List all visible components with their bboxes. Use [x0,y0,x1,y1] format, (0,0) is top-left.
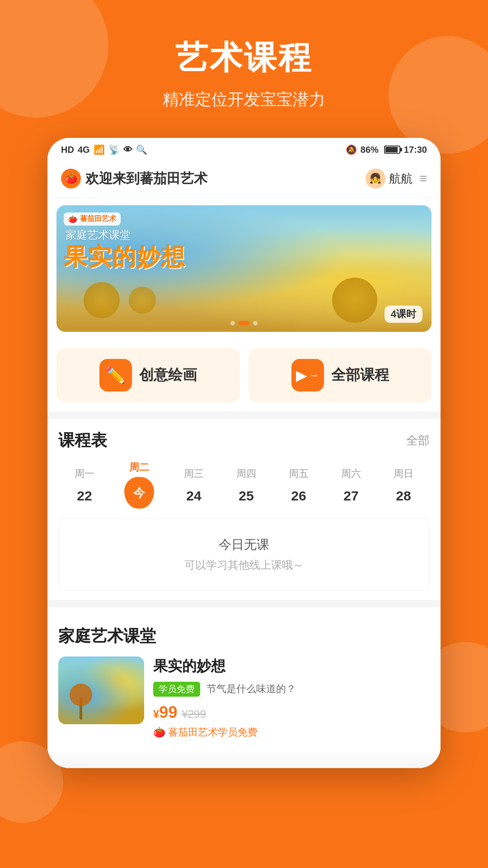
day-fri-label: 周五 [289,467,309,481]
app-header-right: 👧 航航 ≡ [366,169,427,189]
schedule-section: 课程表 全部 周一 22 周二 今 周三 24 周四 25 [47,419,441,600]
status-right: 🔕 86% 17:30 [346,144,427,155]
day-tue-num: 今 [124,477,154,509]
day-thu[interactable]: 周四 25 [234,467,259,509]
eye-icon: 👁 [123,145,132,155]
dot-2[interactable] [239,321,249,326]
no-class-card: 今日无课 可以学习其他线上课哦～ [58,518,430,591]
day-fri-num: 26 [286,483,311,509]
creative-drawing-label: 创意绘画 [139,365,197,385]
course-desc: 节气是什么味道的？ [206,683,296,694]
banner[interactable]: 🍅 蕃茄田艺术 家庭艺术课堂 果实的妙想 4课时 [56,205,432,332]
day-sat-label: 周六 [341,467,361,481]
day-thu-num: 25 [234,483,259,509]
schedule-more[interactable]: 全部 [406,433,430,448]
bottom-fade [47,750,441,768]
day-sun[interactable]: 周日 28 [391,467,416,509]
all-courses-label: 全部课程 [331,365,389,385]
page-subtitle: 精准定位开发宝宝潜力 [0,89,488,111]
day-thu-label: 周四 [236,467,256,481]
day-fri[interactable]: 周五 26 [286,467,311,509]
price-original: ¥299 [182,708,206,721]
course-badge-row: 学员免费 节气是什么味道的？ [153,682,430,697]
banner-brand-tomato-icon: 🍅 [68,215,77,223]
status-extra: 🔍 [136,144,147,155]
banner-lessons: 4课时 [385,306,422,323]
user-name: 航航 [389,171,413,187]
tree-decoration [67,684,94,720]
app-logo-area: 🍅 欢迎来到蕃茄田艺术 [61,169,207,189]
nav-creative-drawing[interactable]: ✏️ 创意绘画 [56,348,239,402]
no-class-sub: 可以学习其他线上课哦～ [68,558,420,572]
nav-all-courses[interactable]: ▶ → 全部课程 [249,348,432,402]
day-mon-label: 周一 [75,467,94,481]
status-4g: 4G [78,145,90,155]
day-sun-num: 28 [391,483,416,509]
banner-brand-name: 蕃茄田艺术 [80,214,116,224]
day-tue[interactable]: 周二 今 [124,461,154,509]
phone-frame: HD 4G 📶 📡 👁 🔍 🔕 86% 17:30 🍅 欢迎来到蕃茄田艺术 [47,138,441,768]
quick-nav: ✏️ 创意绘画 ▶ → 全部课程 [47,339,441,411]
avatar: 👧 [366,169,385,189]
day-sun-label: 周日 [394,467,413,481]
day-sat-num: 27 [338,483,364,509]
banner-subtitle: 家庭艺术课堂 [66,228,131,242]
app-content: 🍅 欢迎来到蕃茄田艺术 👧 航航 ≡ 🍅 蕃茄田 [47,160,441,768]
course-title: 果实的妙想 [153,656,430,676]
day-wed[interactable]: 周三 24 [181,467,206,509]
menu-icon[interactable]: ≡ [420,171,427,186]
signal-icon: 📶 [94,144,105,155]
page-title: 艺术课程 [0,36,488,80]
page-header: 艺术课程 精准定位开发宝宝潜力 [0,0,488,138]
dot-3[interactable] [253,321,258,326]
course-thumbnail [58,656,144,724]
price-symbol: ¥ [153,708,159,720]
status-hd: HD [61,145,74,155]
no-class-main: 今日无课 [68,536,420,553]
section-divider-2 [47,600,441,607]
week-row: 周一 22 周二 今 周三 24 周四 25 周五 26 [58,461,430,509]
course-price-row: ¥99 ¥299 [153,703,430,722]
banner-section: 🍅 蕃茄田艺术 家庭艺术课堂 果实的妙想 4课时 [47,198,441,339]
status-left: HD 4G 📶 📡 👁 🔍 [61,144,147,155]
app-header: 🍅 欢迎来到蕃茄田艺术 👧 航航 ≡ [47,160,441,198]
family-section: 家庭艺术课堂 果实的妙想 学员免费 节气是什么味道的？ [47,614,441,750]
banner-brand-badge: 🍅 蕃茄田艺术 [64,212,121,226]
day-wed-label: 周三 [184,467,204,481]
time-display: 17:30 [404,145,427,155]
day-mon-num: 22 [72,483,97,509]
status-bar: HD 4G 📶 📡 👁 🔍 🔕 86% 17:30 [47,138,441,160]
tomato-logo-icon: 🍅 [61,169,81,189]
family-section-header: 家庭艺术课堂 [58,625,430,647]
price-value: 99 [159,703,177,722]
hay-bale-2 [332,278,377,323]
schedule-title: 课程表 [58,429,107,452]
day-sat[interactable]: 周六 27 [338,467,364,509]
wifi-icon: 📡 [108,144,120,155]
course-info: 果实的妙想 学员免费 节气是什么味道的？ ¥99 ¥299 🍅 蕃茄田艺术学员免… [153,656,430,739]
course-item[interactable]: 果实的妙想 学员免费 节气是什么味道的？ ¥99 ¥299 🍅 蕃茄田艺术学员免… [58,656,430,739]
banner-dots [230,321,258,326]
course-price: ¥99 [153,703,177,722]
day-mon[interactable]: 周一 22 [72,467,97,509]
bell-icon: 🔕 [346,144,357,155]
section-divider-1 [47,411,441,419]
hay-bale-1 [84,282,120,318]
dot-1[interactable] [230,321,235,326]
avatar-area[interactable]: 👧 航航 [366,169,413,189]
family-section-title: 家庭艺术课堂 [58,625,156,647]
course-badge: 学员免费 [153,682,200,697]
battery-percent: 86% [361,145,379,155]
schedule-header: 课程表 全部 [58,429,430,452]
creative-drawing-icon: ✏️ [99,359,132,392]
banner-title: 果实的妙想 [64,241,422,273]
tomato-icon-small: 🍅 [153,726,165,738]
day-wed-num: 24 [181,483,206,509]
battery-icon [384,146,400,154]
all-courses-icon: ▶ → [291,359,324,392]
day-tue-label: 周二 [129,461,149,474]
app-greeting: 欢迎来到蕃茄田艺术 [85,170,207,188]
course-free-note: 🍅 蕃茄田艺术学员免费 [153,726,430,739]
hay-bale-3 [129,287,156,314]
